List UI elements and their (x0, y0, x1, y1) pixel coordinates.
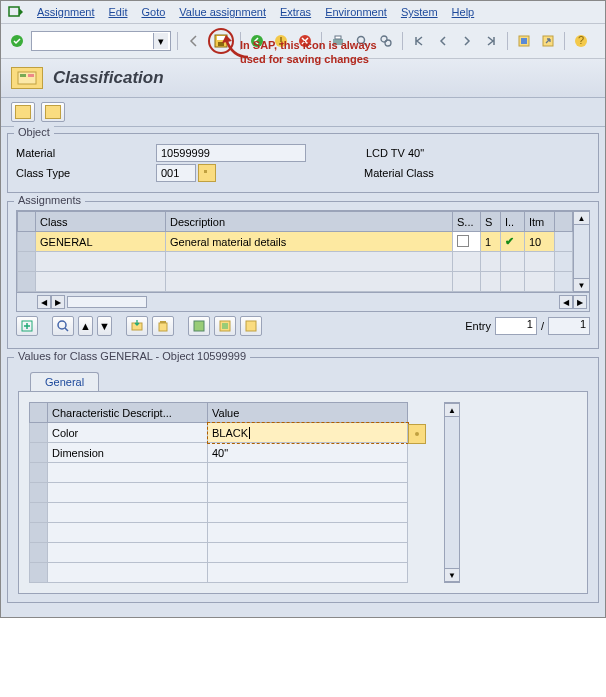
classtype-label: Class Type (16, 167, 156, 179)
menu-assignment[interactable]: Assignment (37, 6, 94, 18)
col-itm[interactable]: Itm (525, 212, 555, 232)
menu-value-assignment[interactable]: Value assignment (179, 6, 266, 18)
svg-point-35 (415, 432, 419, 436)
horizontal-scrollbar[interactable]: ◀ ▶ ◀ ▶ (17, 292, 589, 311)
content-area: Object Material 10599999 LCD TV 40" Clas… (1, 127, 605, 617)
tab-general[interactable]: General (30, 372, 99, 391)
enter-icon[interactable] (7, 31, 27, 51)
table-row[interactable]: Color BLACK (30, 423, 408, 443)
scroll-right2-icon[interactable]: ▶ (573, 295, 587, 309)
entry-label: Entry (465, 320, 491, 332)
table-row[interactable] (30, 523, 408, 543)
dropdown-icon[interactable]: ▾ (153, 33, 168, 49)
tab-body: Characteristic Descript... Value Color B… (18, 391, 588, 594)
new-entries-icon[interactable] (16, 316, 38, 336)
svg-point-25 (58, 321, 66, 329)
f4-help-icon[interactable] (198, 164, 216, 182)
values-table: Characteristic Descript... Value Color B… (29, 402, 408, 583)
classtype-desc: Material Class (364, 167, 434, 179)
menu-extras[interactable]: Extras (280, 6, 311, 18)
svg-rect-23 (204, 170, 207, 173)
menu-edit[interactable]: Edit (108, 6, 127, 18)
table-row[interactable] (30, 483, 408, 503)
menubar: Assignment Edit Goto Value assignment Ex… (1, 1, 605, 24)
material-label: Material (16, 147, 156, 159)
scroll-left-icon[interactable]: ◀ (37, 295, 51, 309)
row-selector-header[interactable] (30, 403, 48, 423)
next-page-icon[interactable] (457, 31, 477, 51)
prev-page-icon[interactable] (433, 31, 453, 51)
title-icon[interactable] (11, 67, 43, 89)
other-object-icon[interactable] (41, 102, 65, 122)
status-check-icon (505, 235, 514, 247)
table-row[interactable] (18, 272, 573, 292)
insert-row-icon[interactable] (126, 316, 148, 336)
command-field[interactable]: ▾ (31, 31, 171, 51)
back-prev-icon[interactable] (184, 31, 204, 51)
object-legend: Object (14, 126, 54, 138)
new-session-icon[interactable] (514, 31, 534, 51)
select-block-icon[interactable] (214, 316, 236, 336)
toggle-display-icon[interactable] (11, 102, 35, 122)
scroll-down-icon[interactable]: ▼ (445, 568, 459, 582)
app-toolbar (1, 98, 605, 127)
assignments-legend: Assignments (14, 194, 85, 206)
table-row[interactable] (30, 563, 408, 583)
menu-environment[interactable]: Environment (325, 6, 387, 18)
delete-row-icon[interactable] (152, 316, 174, 336)
scroll-up-icon[interactable]: ▲ (445, 403, 459, 417)
details-icon[interactable] (52, 316, 74, 336)
find-next-icon[interactable] (376, 31, 396, 51)
scroll-left2-icon[interactable]: ◀ (559, 295, 573, 309)
menu-help[interactable]: Help (452, 6, 475, 18)
vertical-scrollbar[interactable]: ▲ ▼ (573, 211, 589, 292)
first-page-icon[interactable] (409, 31, 429, 51)
col-class[interactable]: Class (36, 212, 166, 232)
col-characteristic[interactable]: Characteristic Descript... (48, 403, 208, 423)
assignments-toolbar: ▲ ▼ Entry 1 / 1 (16, 312, 590, 340)
col-s1[interactable]: S... (453, 212, 481, 232)
col-s2[interactable]: S (481, 212, 501, 232)
col-value[interactable]: Value (208, 403, 408, 423)
select-all-icon[interactable] (188, 316, 210, 336)
svg-rect-32 (222, 323, 228, 329)
material-field[interactable]: 10599999 (156, 144, 306, 162)
menu-system[interactable]: System (401, 6, 438, 18)
scroll-right-icon[interactable]: ▶ (51, 295, 65, 309)
sort-desc-icon[interactable]: ▼ (97, 316, 112, 336)
values-vertical-scrollbar[interactable]: ▲ ▼ (444, 402, 460, 583)
table-row[interactable]: GENERAL General material details 1 10 (18, 232, 573, 252)
shortcut-icon[interactable] (538, 31, 558, 51)
annotation-text: In SAP, this icon is always used for sav… (240, 38, 377, 66)
sort-asc-icon[interactable]: ▲ (78, 316, 93, 336)
table-row[interactable] (30, 543, 408, 563)
menu-command-icon[interactable] (7, 4, 23, 20)
value-cell[interactable]: 40" (208, 443, 408, 463)
table-row[interactable] (30, 503, 408, 523)
value-input-editing[interactable]: BLACK (208, 423, 408, 443)
table-row[interactable] (18, 252, 573, 272)
col-desc[interactable]: Description (166, 212, 453, 232)
checkbox[interactable] (457, 235, 469, 247)
page-title: Classification (53, 68, 164, 88)
deselect-all-icon[interactable] (240, 316, 262, 336)
row-selector-header[interactable] (18, 212, 36, 232)
assignments-panel: Assignments Class Description S... S I..… (7, 201, 599, 349)
col-i[interactable]: I.. (501, 212, 525, 232)
entry-total: 1 (548, 317, 590, 335)
material-desc: LCD TV 40" (366, 147, 424, 159)
table-row[interactable]: Dimension 40" (30, 443, 408, 463)
config-columns-icon[interactable] (555, 212, 573, 232)
entry-current[interactable]: 1 (495, 317, 537, 335)
table-row[interactable] (30, 463, 408, 483)
svg-rect-29 (160, 321, 166, 323)
menu-goto[interactable]: Goto (141, 6, 165, 18)
last-page-icon[interactable] (481, 31, 501, 51)
classtype-field[interactable]: 001 (156, 164, 196, 182)
value-f4-icon[interactable] (408, 424, 426, 444)
scroll-down-icon[interactable]: ▼ (574, 278, 589, 292)
object-panel: Object Material 10599999 LCD TV 40" Clas… (7, 133, 599, 193)
svg-point-13 (385, 40, 391, 46)
scroll-up-icon[interactable]: ▲ (574, 211, 589, 225)
help-f1-icon[interactable]: ? (571, 31, 591, 51)
